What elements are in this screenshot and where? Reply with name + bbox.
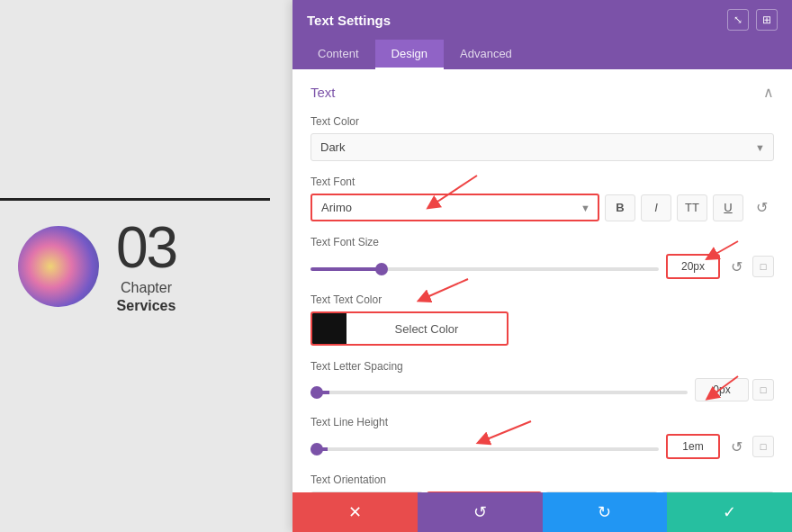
text-text-color-label: Text Text Color [310, 293, 774, 306]
line-height-label: Text Line Height [310, 416, 774, 428]
redo-button[interactable]: ↻ [543, 492, 668, 532]
collapse-button[interactable]: ∧ [763, 84, 774, 101]
chapter-number: 03 [116, 219, 176, 276]
font-size-slider[interactable] [310, 267, 659, 271]
undo-button[interactable]: ↺ [418, 492, 543, 532]
text-font-size-label: Text Font Size [310, 236, 774, 248]
text-font-label: Text Font [310, 176, 774, 188]
panel-tabs: Content Design Advanced [292, 40, 792, 69]
text-color-field: Text Color Dark Light ▼ [310, 115, 774, 161]
line-height-field: Text Line Height ↺ □ [310, 416, 774, 459]
tab-design[interactable]: Design [375, 40, 444, 69]
text-text-color-field: Text Text Color Select Color [310, 293, 774, 346]
chapter-label: Chapter [121, 280, 172, 296]
panel-title: Text Settings [307, 13, 391, 28]
font-row: Arimo Arial Roboto ▼ B I TT U ↺ [310, 194, 774, 221]
gradient-circle [18, 226, 99, 307]
letter-spacing-input[interactable] [695, 378, 749, 401]
tab-advanced[interactable]: Advanced [444, 40, 528, 69]
section-title: Text [310, 85, 336, 100]
font-reset-button[interactable]: ↺ [749, 195, 774, 221]
letter-spacing-input-wrap: □ [695, 378, 774, 401]
fullscreen-icon[interactable]: ⤡ [727, 9, 749, 31]
text-color-label: Text Color [310, 115, 774, 128]
letter-spacing-slider-wrap [310, 383, 688, 397]
line-height-input-wrap: ↺ □ [666, 434, 774, 459]
letter-spacing-field: Text Letter Spacing □ [310, 360, 774, 401]
chapter-sublabel: Services [117, 298, 176, 314]
line-height-input[interactable] [666, 434, 720, 459]
panel-header: Text Settings ⤡ ⊞ [292, 0, 792, 40]
font-select[interactable]: Arimo Arial Roboto [310, 194, 599, 221]
line-height-slider[interactable] [310, 447, 659, 451]
line-height-slider-wrap [310, 440, 659, 454]
canvas-area: 03 Chapter Services [0, 0, 292, 532]
font-size-input[interactable] [666, 254, 720, 279]
panel-header-icons: ⤡ ⊞ [727, 9, 778, 31]
italic-button[interactable]: I [641, 194, 671, 221]
font-size-reset-button[interactable]: ↺ [724, 254, 749, 279]
text-section-header: Text ∧ [310, 84, 774, 101]
font-size-row: ↺ □ [310, 254, 774, 279]
text-font-field: Text Font Arimo Arial Roboto ▼ B I TT U … [310, 176, 774, 221]
letter-spacing-device-button[interactable]: □ [752, 379, 774, 401]
line-height-reset-button[interactable]: ↺ [724, 434, 749, 459]
line-height-row: ↺ □ [310, 434, 774, 459]
font-select-wrap: Arimo Arial Roboto ▼ [310, 194, 599, 221]
bold-button[interactable]: B [605, 194, 635, 221]
text-orientation-label: Text Orientation [310, 473, 774, 486]
dark-bar [0, 198, 270, 201]
color-swatch [312, 313, 346, 344]
cancel-button[interactable]: ✕ [292, 492, 418, 532]
text-font-size-field: Text Font Size ↺ □ [310, 236, 774, 279]
tab-content[interactable]: Content [302, 40, 375, 69]
font-size-device-button[interactable]: □ [752, 256, 774, 277]
canvas-chapter: 03 Chapter Services [116, 219, 176, 314]
grid-icon[interactable]: ⊞ [756, 9, 778, 31]
settings-panel: Text Settings ⤡ ⊞ Content Design Advance… [292, 0, 792, 532]
text-color-select[interactable]: Dark Light [310, 133, 774, 161]
font-size-slider-wrap [310, 260, 659, 274]
panel-body: Text ∧ Text Color Dark Light ▼ Text Font… [292, 69, 792, 492]
letter-spacing-slider[interactable] [310, 391, 688, 394]
color-picker-row[interactable]: Select Color [310, 311, 508, 346]
letter-spacing-row: □ [310, 378, 774, 401]
text-orientation-field: Text Orientation ≡ ≡ ≡ ≡ [310, 473, 774, 492]
text-color-select-wrap: Dark Light ▼ [310, 133, 774, 161]
panel-footer: ✕ ↺ ↻ ✓ [292, 492, 792, 532]
save-button[interactable]: ✓ [667, 492, 792, 532]
tt-button[interactable]: TT [677, 194, 707, 221]
underline-button[interactable]: U [713, 194, 743, 221]
letter-spacing-label: Text Letter Spacing [310, 360, 774, 373]
line-height-device-button[interactable]: □ [752, 436, 774, 457]
select-color-label: Select Color [346, 322, 507, 336]
font-size-input-wrap: ↺ □ [666, 254, 774, 279]
